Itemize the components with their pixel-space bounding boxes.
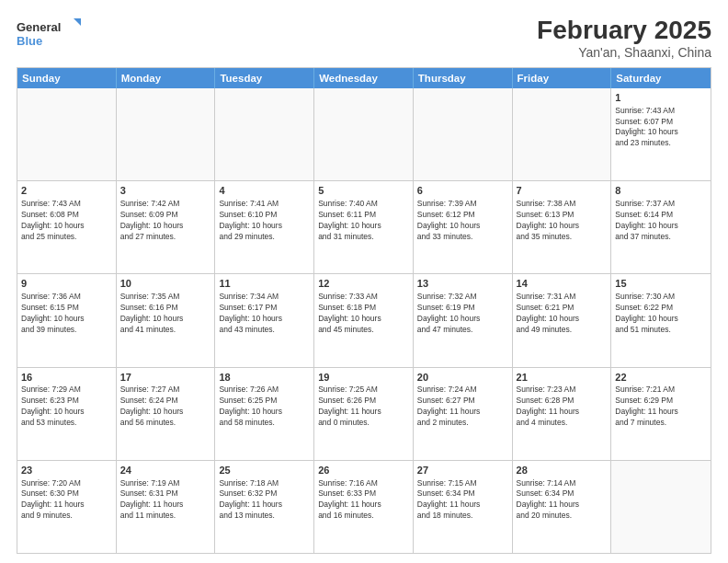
calendar-cell: 25Sunrise: 7:18 AM Sunset: 6:32 PM Dayli… — [215, 461, 314, 553]
calendar-cell — [215, 88, 314, 180]
calendar-header-cell: Friday — [513, 68, 612, 88]
header: General Blue February 2025 Yan'an, Shaan… — [17, 17, 711, 60]
calendar-header-cell: Saturday — [611, 68, 711, 88]
day-number: 2 — [21, 184, 112, 198]
day-number: 6 — [417, 184, 508, 198]
cell-info: Sunrise: 7:23 AM Sunset: 6:28 PM Dayligh… — [517, 385, 608, 429]
calendar-cell — [513, 88, 612, 180]
page: General Blue February 2025 Yan'an, Shaan… — [0, 0, 728, 563]
cell-info: Sunrise: 7:41 AM Sunset: 6:10 PM Dayligh… — [219, 199, 310, 243]
logo-svg: General Blue — [17, 17, 81, 50]
svg-marker-1 — [74, 18, 81, 26]
svg-text:General: General — [17, 20, 61, 34]
day-number: 11 — [219, 277, 310, 291]
cell-info: Sunrise: 7:16 AM Sunset: 6:33 PM Dayligh… — [318, 478, 409, 523]
cell-info: Sunrise: 7:36 AM Sunset: 6:15 PM Dayligh… — [21, 292, 112, 336]
day-number: 20 — [417, 371, 508, 385]
cell-info: Sunrise: 7:15 AM Sunset: 6:34 PM Dayligh… — [417, 478, 508, 523]
calendar-cell: 13Sunrise: 7:32 AM Sunset: 6:19 PM Dayli… — [414, 274, 513, 366]
cell-info: Sunrise: 7:42 AM Sunset: 6:09 PM Dayligh… — [120, 199, 211, 243]
day-number: 9 — [21, 277, 112, 291]
day-number: 27 — [417, 464, 508, 477]
day-number: 8 — [615, 184, 707, 198]
calendar-week-row: 9Sunrise: 7:36 AM Sunset: 6:15 PM Daylig… — [17, 273, 711, 366]
calendar-cell: 3Sunrise: 7:42 AM Sunset: 6:09 PM Daylig… — [117, 181, 216, 273]
calendar-cell: 14Sunrise: 7:31 AM Sunset: 6:21 PM Dayli… — [513, 274, 612, 366]
day-number: 24 — [120, 464, 211, 477]
cell-info: Sunrise: 7:20 AM Sunset: 6:30 PM Dayligh… — [21, 478, 112, 523]
day-number: 22 — [615, 371, 707, 385]
day-number: 19 — [318, 371, 409, 385]
day-number: 10 — [120, 277, 211, 291]
day-number: 21 — [517, 371, 608, 385]
day-number: 13 — [417, 277, 508, 291]
calendar-cell: 16Sunrise: 7:29 AM Sunset: 6:23 PM Dayli… — [17, 368, 117, 460]
svg-text:Blue: Blue — [17, 34, 42, 48]
day-number: 15 — [615, 277, 707, 291]
cell-info: Sunrise: 7:18 AM Sunset: 6:32 PM Dayligh… — [219, 478, 310, 523]
calendar-cell: 23Sunrise: 7:20 AM Sunset: 6:30 PM Dayli… — [17, 461, 117, 553]
calendar-cell: 20Sunrise: 7:24 AM Sunset: 6:27 PM Dayli… — [414, 368, 513, 460]
location: Yan'an, Shaanxi, China — [537, 45, 711, 60]
day-number: 3 — [120, 184, 211, 198]
calendar-cell: 10Sunrise: 7:35 AM Sunset: 6:16 PM Dayli… — [117, 274, 216, 366]
calendar-cell: 5Sunrise: 7:40 AM Sunset: 6:11 PM Daylig… — [314, 181, 414, 273]
calendar-cell — [414, 88, 513, 180]
calendar-cell: 27Sunrise: 7:15 AM Sunset: 6:34 PM Dayli… — [414, 461, 513, 553]
day-number: 5 — [318, 184, 409, 198]
day-number: 17 — [120, 371, 211, 385]
day-number: 23 — [21, 464, 112, 477]
calendar-cell: 28Sunrise: 7:14 AM Sunset: 6:34 PM Dayli… — [513, 461, 612, 553]
calendar-cell: 26Sunrise: 7:16 AM Sunset: 6:33 PM Dayli… — [314, 461, 414, 553]
calendar-week-row: 23Sunrise: 7:20 AM Sunset: 6:30 PM Dayli… — [17, 460, 711, 553]
cell-info: Sunrise: 7:24 AM Sunset: 6:27 PM Dayligh… — [417, 385, 508, 429]
day-number: 12 — [318, 277, 409, 291]
cell-info: Sunrise: 7:21 AM Sunset: 6:29 PM Dayligh… — [615, 385, 707, 429]
cell-info: Sunrise: 7:37 AM Sunset: 6:14 PM Dayligh… — [615, 199, 707, 243]
title-block: February 2025 Yan'an, Shaanxi, China — [537, 17, 711, 60]
calendar-header-cell: Tuesday — [215, 68, 314, 88]
calendar-header-row: SundayMondayTuesdayWednesdayThursdayFrid… — [17, 68, 711, 88]
cell-info: Sunrise: 7:43 AM Sunset: 6:08 PM Dayligh… — [21, 199, 112, 243]
calendar-cell — [17, 88, 117, 180]
cell-info: Sunrise: 7:35 AM Sunset: 6:16 PM Dayligh… — [120, 292, 211, 336]
calendar-cell: 15Sunrise: 7:30 AM Sunset: 6:22 PM Dayli… — [611, 274, 711, 366]
calendar-cell: 21Sunrise: 7:23 AM Sunset: 6:28 PM Dayli… — [513, 368, 612, 460]
logo: General Blue — [17, 17, 81, 50]
cell-info: Sunrise: 7:43 AM Sunset: 6:07 PM Dayligh… — [615, 106, 707, 150]
calendar-header-cell: Wednesday — [314, 68, 414, 88]
cell-info: Sunrise: 7:40 AM Sunset: 6:11 PM Dayligh… — [318, 199, 409, 243]
cell-info: Sunrise: 7:27 AM Sunset: 6:24 PM Dayligh… — [120, 385, 211, 429]
cell-info: Sunrise: 7:33 AM Sunset: 6:18 PM Dayligh… — [318, 292, 409, 336]
calendar-header-cell: Thursday — [414, 68, 513, 88]
day-number: 14 — [517, 277, 608, 291]
calendar-cell: 9Sunrise: 7:36 AM Sunset: 6:15 PM Daylig… — [17, 274, 117, 366]
calendar-cell — [117, 88, 216, 180]
cell-info: Sunrise: 7:19 AM Sunset: 6:31 PM Dayligh… — [120, 478, 211, 523]
month-title: February 2025 — [537, 17, 711, 45]
calendar-cell: 11Sunrise: 7:34 AM Sunset: 6:17 PM Dayli… — [215, 274, 314, 366]
cell-info: Sunrise: 7:39 AM Sunset: 6:12 PM Dayligh… — [417, 199, 508, 243]
day-number: 28 — [517, 464, 608, 477]
day-number: 26 — [318, 464, 409, 477]
day-number: 7 — [517, 184, 608, 198]
day-number: 18 — [219, 371, 310, 385]
calendar-cell — [314, 88, 414, 180]
day-number: 1 — [615, 91, 707, 105]
calendar-cell: 7Sunrise: 7:38 AM Sunset: 6:13 PM Daylig… — [513, 181, 612, 273]
calendar-cell: 18Sunrise: 7:26 AM Sunset: 6:25 PM Dayli… — [215, 368, 314, 460]
calendar-header-cell: Monday — [117, 68, 216, 88]
calendar-cell: 24Sunrise: 7:19 AM Sunset: 6:31 PM Dayli… — [117, 461, 216, 553]
cell-info: Sunrise: 7:25 AM Sunset: 6:26 PM Dayligh… — [318, 385, 409, 429]
cell-info: Sunrise: 7:14 AM Sunset: 6:34 PM Dayligh… — [517, 478, 608, 523]
calendar-week-row: 2Sunrise: 7:43 AM Sunset: 6:08 PM Daylig… — [17, 180, 711, 273]
calendar-cell: 17Sunrise: 7:27 AM Sunset: 6:24 PM Dayli… — [117, 368, 216, 460]
day-number: 16 — [21, 371, 112, 385]
cell-info: Sunrise: 7:38 AM Sunset: 6:13 PM Dayligh… — [517, 199, 608, 243]
cell-info: Sunrise: 7:32 AM Sunset: 6:19 PM Dayligh… — [417, 292, 508, 336]
calendar-body: 1Sunrise: 7:43 AM Sunset: 6:07 PM Daylig… — [17, 88, 711, 553]
calendar-cell — [611, 461, 711, 553]
day-number: 25 — [219, 464, 310, 477]
day-number: 4 — [219, 184, 310, 198]
cell-info: Sunrise: 7:30 AM Sunset: 6:22 PM Dayligh… — [615, 292, 707, 336]
